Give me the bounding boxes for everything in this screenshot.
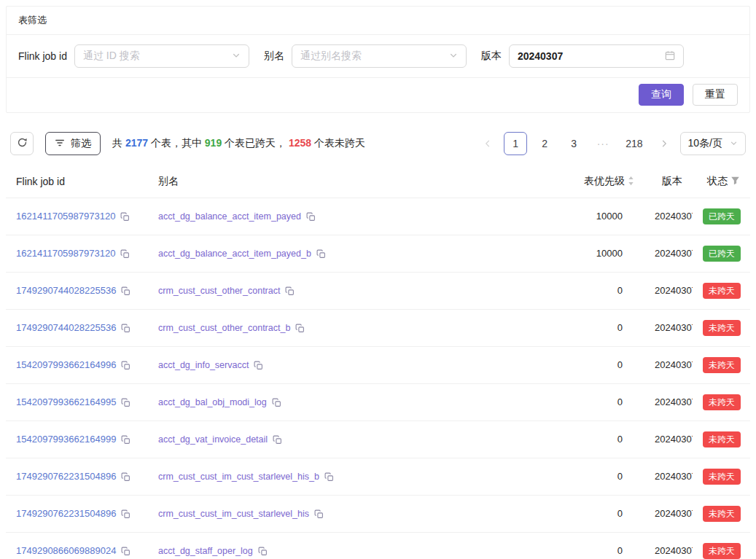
copy-icon[interactable] xyxy=(120,212,130,222)
alias-link[interactable]: crm_cust_cust_other_contract xyxy=(158,285,280,297)
column-header-priority[interactable]: 表优先级 xyxy=(499,165,644,198)
priority-value: 0 xyxy=(499,273,644,310)
alias-link[interactable]: crm_cust_cust_im_cust_starlevel_his_b xyxy=(158,471,319,482)
job-id-label: Flink job id xyxy=(18,50,67,62)
status-header-label: 状态 xyxy=(707,175,728,188)
status-badge: 未跨天 xyxy=(703,431,741,447)
summary-uncrossed-count: 1258 xyxy=(289,137,311,149)
priority-value: 0 xyxy=(499,533,644,559)
flink-job-id-link[interactable]: 1749290762231504896 xyxy=(16,471,116,482)
copy-icon[interactable] xyxy=(121,398,130,407)
pagination-next-button[interactable] xyxy=(654,132,674,155)
page-size-select[interactable]: 10条/页 xyxy=(680,132,746,155)
copy-icon[interactable] xyxy=(120,249,130,259)
toolbar-right: 123···218 10条/页 xyxy=(478,132,746,155)
version-value: 20240307 xyxy=(644,310,693,347)
alias-link[interactable]: acct_dg_staff_oper_log xyxy=(158,545,253,557)
copy-icon[interactable] xyxy=(295,324,305,333)
copy-icon[interactable] xyxy=(258,547,268,556)
chevron-down-icon xyxy=(730,138,738,149)
filter-button[interactable]: 筛选 xyxy=(45,132,101,155)
filter-field-job-id: Flink job id 通过 ID 搜索 xyxy=(18,44,249,68)
flink-job-id-link[interactable]: 1621411705987973120 xyxy=(16,211,115,222)
pagination-page-1[interactable]: 1 xyxy=(504,132,527,155)
table-header-row: Flink job id 别名 表优先级 版本 xyxy=(6,165,750,198)
version-value: 20240307 xyxy=(644,533,693,559)
flink-job-id-link[interactable]: 1621411705987973120 xyxy=(16,248,115,259)
priority-value: 0 xyxy=(499,496,644,533)
alias-link[interactable]: acct_dg_vat_invoice_detail xyxy=(158,434,268,445)
flink-job-id-link[interactable]: 1542097993662164995 xyxy=(16,396,116,408)
reset-button[interactable]: 重置 xyxy=(693,84,738,106)
alias-link[interactable]: acct_dg_info_servacct xyxy=(158,359,249,371)
page-size-value: 10条/页 xyxy=(688,137,722,150)
page: 表筛选 Flink job id 通过 ID 搜索 别名 通过别名搜索 xyxy=(0,0,756,559)
alias-link[interactable]: crm_cust_cust_im_cust_starlevel_his xyxy=(158,508,309,520)
copy-icon[interactable] xyxy=(121,509,130,519)
copy-icon[interactable] xyxy=(121,286,130,296)
filter-card: 表筛选 Flink job id 通过 ID 搜索 别名 通过别名搜索 xyxy=(6,6,750,113)
priority-value: 0 xyxy=(499,310,644,347)
chevron-down-icon xyxy=(449,50,458,62)
flink-job-id-link[interactable]: 1749290744028225536 xyxy=(16,285,116,297)
alias-link[interactable]: acct_dg_bal_obj_modi_log xyxy=(158,396,267,408)
priority-value: 10000 xyxy=(499,198,644,235)
flink-job-id-link[interactable]: 1542097993662164999 xyxy=(16,434,116,445)
table-row: 1542097993662164995 acct_dg_bal_obj_modi… xyxy=(6,384,750,421)
version-value: 20240307 xyxy=(644,458,693,496)
priority-value: 0 xyxy=(499,347,644,384)
status-badge: 已跨天 xyxy=(703,246,741,262)
job-id-select[interactable]: 通过 ID 搜索 xyxy=(74,44,249,68)
copy-icon[interactable] xyxy=(272,398,281,407)
pagination-page-218[interactable]: 218 xyxy=(620,132,647,155)
copy-icon[interactable] xyxy=(254,361,263,370)
filter-card-title: 表筛选 xyxy=(7,7,749,35)
copy-icon[interactable] xyxy=(324,472,334,482)
calendar-icon xyxy=(665,50,675,63)
pagination-page-3[interactable]: 3 xyxy=(562,132,585,155)
column-header-status: 状态 xyxy=(693,165,750,198)
flink-job-id-link[interactable]: 1542097993662164996 xyxy=(16,359,116,371)
filter-actions-row: 查询 重置 xyxy=(7,78,749,112)
copy-icon[interactable] xyxy=(273,435,282,445)
version-value: 20240307 xyxy=(644,384,693,421)
table-row: 1749290744028225536 crm_cust_cust_other_… xyxy=(6,273,750,310)
version-value: 20240307 xyxy=(644,347,693,384)
copy-icon[interactable] xyxy=(121,472,130,482)
table-body: 1621411705987973120 acct_dg_balance_acct… xyxy=(6,198,750,559)
version-date-value: 20240307 xyxy=(518,50,563,62)
sort-icon xyxy=(628,176,634,188)
copy-icon[interactable] xyxy=(121,324,130,333)
flink-job-id-link[interactable]: 1749290762231504896 xyxy=(16,508,116,520)
flink-job-id-link[interactable]: 1749290744028225536 xyxy=(16,322,116,334)
results-table: Flink job id 别名 表优先级 版本 xyxy=(6,165,750,559)
copy-icon[interactable] xyxy=(121,361,130,370)
table-row: 1621411705987973120 acct_dg_balance_acct… xyxy=(6,198,750,235)
query-button[interactable]: 查询 xyxy=(639,84,684,106)
table-row: 1749290866069889024 acct_dg_staff_oper_l… xyxy=(6,533,750,559)
priority-value: 10000 xyxy=(499,235,644,273)
filter-funnel-icon[interactable] xyxy=(730,176,740,187)
copy-icon[interactable] xyxy=(285,286,295,296)
copy-icon[interactable] xyxy=(316,249,326,259)
alias-link[interactable]: acct_dg_balance_acct_item_payed_b xyxy=(158,248,311,259)
copy-icon[interactable] xyxy=(121,435,130,445)
alias-label: 别名 xyxy=(264,50,284,63)
version-value: 20240307 xyxy=(644,421,693,458)
refresh-button[interactable] xyxy=(10,132,34,155)
alias-link[interactable]: acct_dg_balance_acct_item_payed xyxy=(158,211,301,222)
copy-icon[interactable] xyxy=(121,547,130,556)
priority-value: 0 xyxy=(499,421,644,458)
flink-job-id-link[interactable]: 1749290866069889024 xyxy=(16,545,116,557)
version-date-input[interactable]: 20240307 xyxy=(509,44,684,68)
alias-select[interactable]: 通过别名搜索 xyxy=(292,44,467,68)
version-value: 20240307 xyxy=(644,496,693,533)
pagination-page-2[interactable]: 2 xyxy=(533,132,556,155)
alias-link[interactable]: crm_cust_cust_other_contract_b xyxy=(158,322,290,334)
pagination-prev-button[interactable] xyxy=(478,132,498,155)
version-value: 20240307 xyxy=(644,273,693,310)
copy-icon[interactable] xyxy=(314,509,324,519)
version-value: 20240307 xyxy=(644,198,693,235)
copy-icon[interactable] xyxy=(306,212,316,222)
column-header-alias: 别名 xyxy=(148,165,499,198)
